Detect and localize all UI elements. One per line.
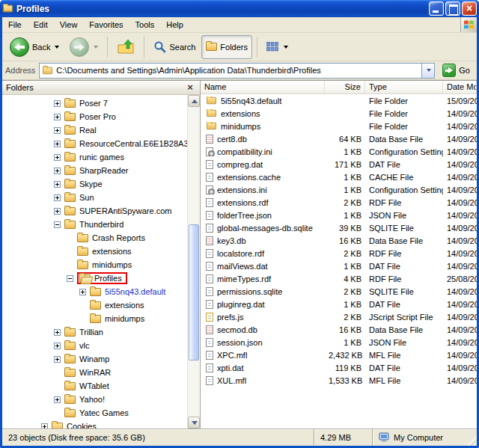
file-row[interactable]: mailViews.dat1 KBDAT File14/09/20 bbox=[201, 260, 477, 272]
tree-item[interactable]: minidumps bbox=[2, 312, 187, 325]
tree-item-label[interactable]: Real bbox=[77, 126, 99, 135]
close-button[interactable] bbox=[462, 1, 477, 16]
tree-item-label[interactable]: extensions bbox=[90, 247, 134, 256]
address-combo[interactable]: C:\Documents and Settings\Admin\Applicat… bbox=[39, 63, 435, 79]
file-row[interactable]: prefs.js2 KBJScript Script File14/09/20 bbox=[201, 310, 477, 323]
expand-icon[interactable] bbox=[54, 127, 61, 134]
file-name-cell[interactable]: compreg.dat bbox=[201, 160, 325, 169]
file-name[interactable]: folderTree.json bbox=[217, 211, 272, 220]
tree-item[interactable]: extensions bbox=[2, 245, 187, 258]
tree-item-label[interactable]: SharpReader bbox=[77, 166, 130, 175]
forward-dropdown-icon[interactable] bbox=[94, 46, 98, 49]
address-input[interactable]: C:\Documents and Settings\Admin\Applicat… bbox=[56, 66, 418, 75]
expand-icon[interactable] bbox=[54, 194, 61, 201]
file-name-cell[interactable]: session.json bbox=[201, 338, 325, 347]
views-button[interactable] bbox=[262, 35, 293, 59]
file-name-cell[interactable]: mimeTypes.rdf bbox=[201, 274, 325, 283]
tree-item-label[interactable]: SUPERAntiSpyware.com bbox=[77, 206, 174, 215]
file-name[interactable]: localstore.rdf bbox=[217, 249, 264, 258]
file-name-cell[interactable]: extensions.ini bbox=[201, 185, 325, 194]
file-name[interactable]: prefs.js bbox=[217, 313, 243, 322]
tree-item[interactable]: extensions bbox=[2, 298, 187, 312]
tree-item-label[interactable]: Skype bbox=[77, 179, 105, 188]
tree-item-label[interactable]: Poser Pro bbox=[77, 112, 118, 121]
back-button[interactable]: Back bbox=[5, 35, 64, 59]
file-name[interactable]: compatibility.ini bbox=[217, 147, 272, 156]
file-row[interactable]: extensionsFile Folder14/09/20 bbox=[201, 107, 477, 120]
file-name-cell[interactable]: pluginreg.dat bbox=[201, 300, 325, 309]
scroll-down-icon[interactable] bbox=[188, 417, 200, 429]
file-name[interactable]: minidumps bbox=[221, 122, 260, 131]
menu-tools[interactable]: Tools bbox=[129, 17, 161, 32]
file-name[interactable]: extensions bbox=[221, 109, 260, 118]
file-name[interactable]: pluginreg.dat bbox=[217, 300, 265, 309]
file-name[interactable]: mailViews.dat bbox=[217, 262, 268, 271]
tree-scrollbar[interactable] bbox=[187, 95, 200, 429]
column-header-type[interactable]: Type bbox=[365, 81, 443, 93]
search-button[interactable]: Search bbox=[149, 35, 200, 59]
file-name-cell[interactable]: XUL.mfl bbox=[201, 376, 325, 385]
file-name[interactable]: extensions.rdf bbox=[217, 198, 268, 207]
file-row[interactable]: key3.db16 KBData Base File14/09/20 bbox=[201, 234, 477, 247]
file-name-cell[interactable]: XPC.mfl bbox=[201, 351, 325, 360]
file-name[interactable]: permissions.sqlite bbox=[217, 287, 282, 296]
file-name[interactable]: compreg.dat bbox=[217, 160, 263, 169]
menu-favorites[interactable]: Favorites bbox=[83, 17, 129, 32]
tree-item-label[interactable]: ResourceCentral.E6E1B28A311BC518 bbox=[77, 139, 187, 148]
file-name-cell[interactable]: xpti.dat bbox=[201, 363, 325, 372]
tree-item-label[interactable]: Crash Reports bbox=[90, 233, 147, 242]
scroll-thumb[interactable] bbox=[189, 224, 199, 360]
tree-item-label[interactable]: Cookies bbox=[64, 422, 99, 429]
tree-item-label[interactable]: Yahoo! bbox=[77, 395, 107, 404]
file-row[interactable]: cert8.db64 KBData Base File14/09/20 bbox=[201, 132, 477, 145]
maximize-button[interactable] bbox=[445, 1, 460, 16]
file-name-cell[interactable]: extensions.rdf bbox=[201, 198, 325, 207]
tree-item[interactable]: Profiles bbox=[2, 271, 187, 285]
file-row[interactable]: permissions.sqlite2 KBSQLITE File14/09/2… bbox=[201, 285, 477, 298]
expand-icon[interactable] bbox=[54, 114, 61, 120]
menu-view[interactable]: View bbox=[54, 17, 84, 32]
file-name[interactable]: XPC.mfl bbox=[217, 351, 247, 360]
expand-icon[interactable] bbox=[54, 396, 61, 403]
tree-item-label[interactable]: Winamp bbox=[77, 355, 112, 363]
tree-item[interactable]: Winamp bbox=[2, 352, 187, 366]
file-name-cell[interactable]: minidumps bbox=[201, 122, 325, 131]
file-name[interactable]: session.json bbox=[217, 338, 263, 347]
tree-item[interactable]: runic games bbox=[2, 150, 187, 164]
file-name-cell[interactable]: compatibility.ini bbox=[201, 147, 325, 156]
tree-item-label[interactable]: WTablet bbox=[77, 381, 112, 390]
file-name[interactable]: xpti.dat bbox=[217, 363, 243, 372]
file-row[interactable]: XPC.mfl2,432 KBMFL File14/09/20 bbox=[201, 349, 477, 361]
tree-item[interactable]: Poser 7 bbox=[2, 96, 187, 110]
tree-item[interactable]: Real bbox=[2, 123, 187, 137]
file-name-cell[interactable]: extensions bbox=[201, 109, 325, 118]
file-row[interactable]: compatibility.ini1 KBConfiguration Setti… bbox=[201, 145, 477, 158]
scroll-up-icon[interactable] bbox=[188, 95, 200, 107]
file-name-cell[interactable]: prefs.js bbox=[201, 313, 325, 322]
expand-icon[interactable] bbox=[54, 356, 61, 363]
tree-item[interactable]: Poser Pro bbox=[2, 110, 187, 123]
file-row[interactable]: compreg.dat171 KBDAT File14/09/20 bbox=[201, 158, 477, 171]
tree-item[interactable]: WinRAR bbox=[2, 366, 187, 379]
menu-file[interactable]: File bbox=[2, 17, 28, 32]
tree-item[interactable]: Sun bbox=[2, 191, 187, 204]
file-name[interactable]: extensions.cache bbox=[217, 173, 281, 182]
file-row[interactable]: global-messages-db.sqlite39 KBSQLITE Fil… bbox=[201, 221, 477, 234]
file-name[interactable]: 5i55nq43.default bbox=[221, 96, 281, 105]
file-name-cell[interactable]: extensions.cache bbox=[201, 173, 325, 182]
expand-icon[interactable] bbox=[54, 208, 61, 215]
tree-item-label[interactable]: minidumps bbox=[103, 314, 147, 323]
file-row[interactable]: extensions.cache1 KBCACHE File14/09/20 bbox=[201, 171, 477, 183]
tree-item-label[interactable]: Thunderbird bbox=[77, 220, 126, 229]
expand-icon[interactable] bbox=[54, 100, 61, 107]
file-name[interactable]: key3.db bbox=[217, 236, 246, 245]
tree-item[interactable]: vlc bbox=[2, 339, 187, 352]
expand-icon[interactable] bbox=[54, 141, 61, 147]
file-name[interactable]: cert8.db bbox=[217, 135, 247, 144]
tree-item-label[interactable]: Sun bbox=[77, 193, 97, 202]
close-panel-icon[interactable] bbox=[184, 82, 196, 93]
tree-item-label[interactable]: Yatec Games bbox=[77, 408, 131, 417]
tree-item[interactable]: minidumps bbox=[2, 258, 187, 271]
scroll-track[interactable] bbox=[188, 107, 200, 417]
file-name-cell[interactable]: mailViews.dat bbox=[201, 262, 325, 271]
